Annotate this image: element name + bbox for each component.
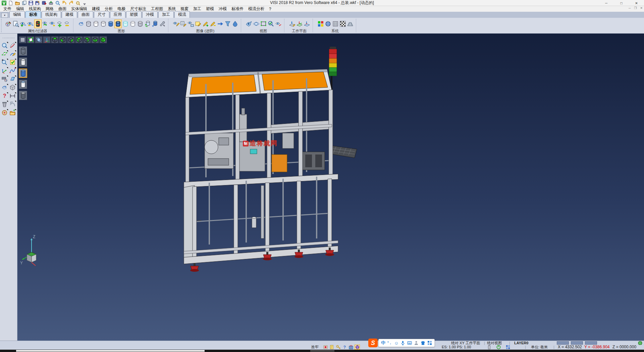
minimize-button[interactable]: ─ — [599, 0, 614, 6]
fit-view-icon[interactable] — [27, 36, 35, 43]
perspective-grid-icon[interactable] — [346, 19, 354, 28]
section-view-icon[interactable] — [275, 19, 282, 28]
mdi-minimize-icon[interactable]: ─ — [629, 6, 631, 10]
cylinder-shaded-white-icon[interactable] — [19, 80, 27, 89]
cylinder-hatched-icon[interactable] — [19, 91, 27, 100]
spline-icon[interactable] — [9, 67, 16, 74]
undo-arrow-icon[interactable] — [9, 100, 16, 108]
cylinder-white-icon[interactable] — [129, 19, 137, 28]
key-icon[interactable] — [335, 345, 341, 350]
eye-sketch-icon[interactable] — [172, 19, 180, 28]
cube-side-view-icon[interactable] — [91, 36, 99, 43]
package-icon[interactable] — [348, 345, 354, 350]
tab-dimension[interactable]: 尺寸 — [94, 11, 109, 18]
cylinder-outline-icon[interactable] — [92, 19, 100, 28]
power-icon[interactable] — [496, 345, 501, 350]
viewport-3d[interactable]: 制 造将就网 Z Y — [17, 34, 644, 341]
taskbar-app-button[interactable] — [310, 350, 334, 352]
snap-compass-icon[interactable] — [1, 109, 8, 116]
tiles-icon[interactable] — [505, 345, 511, 350]
tab-progress[interactable]: 冲模 — [142, 11, 158, 18]
save-icon[interactable] — [28, 0, 34, 5]
mdi-close-icon[interactable]: ✕ — [640, 6, 643, 10]
plane-frame-icon[interactable] — [1, 50, 8, 57]
help-icon[interactable]: ? — [342, 345, 347, 350]
tab-flow[interactable]: 模流 — [174, 11, 190, 18]
menu-flow-analysis[interactable]: 模流分析 — [248, 6, 264, 12]
eye-add-icon[interactable] — [19, 19, 27, 28]
erase-sketch-icon[interactable] — [9, 42, 16, 49]
eye-remove-icon[interactable] — [27, 19, 34, 28]
ime-language-toggle[interactable]: 中 — [381, 340, 385, 346]
record-icon[interactable] — [323, 345, 328, 350]
cylinder-translucent-icon[interactable] — [122, 19, 129, 28]
ime-skin-icon[interactable] — [421, 341, 425, 345]
tab-modeling[interactable]: 建模 — [62, 11, 77, 18]
drop-icon[interactable] — [231, 19, 239, 28]
cylinder-hidden-line-icon[interactable] — [100, 19, 107, 28]
save-as-icon[interactable] — [35, 0, 40, 5]
fly-view-icon[interactable] — [245, 19, 253, 28]
help-question-icon[interactable]: ? — [1, 92, 8, 99]
cube-left-view-icon[interactable] — [59, 36, 67, 43]
layer-gray-icon[interactable] — [332, 19, 339, 28]
cylinder-wireframe-icon[interactable] — [85, 19, 92, 28]
maximize-button[interactable]: □ — [614, 0, 629, 6]
ime-punctuation-toggle[interactable]: °， — [387, 341, 392, 345]
battery-icon[interactable] — [486, 345, 492, 350]
measure-distance-icon[interactable] — [9, 92, 16, 99]
show-all-icon[interactable] — [56, 19, 64, 28]
move-axes-icon[interactable] — [1, 67, 8, 74]
draft-note-icon[interactable] — [329, 345, 334, 350]
redo-icon[interactable] — [68, 0, 74, 5]
window-view-icon[interactable] — [9, 75, 16, 83]
traffic-light-icon[interactable] — [34, 19, 42, 28]
eye-refresh-icon[interactable] — [42, 19, 49, 28]
tab-application[interactable]: 应用 — [110, 11, 125, 18]
tab-standard[interactable]: 标准 — [25, 11, 41, 18]
line-color-swatch[interactable] — [571, 341, 583, 345]
tab-mould[interactable]: 塑膜 — [126, 11, 142, 18]
eye-plusminus-icon[interactable] — [49, 19, 56, 28]
menu-standard-parts[interactable]: 标准件 — [231, 6, 244, 12]
mdi-restore-icon[interactable]: ❐ — [634, 6, 637, 10]
cylinder-shaded-icon[interactable] — [19, 69, 27, 78]
frame-view-icon[interactable] — [260, 19, 267, 28]
tab-wireframe[interactable]: 线架构 — [42, 11, 61, 18]
cylinder-hatched-icon[interactable] — [137, 19, 144, 28]
confirm-check-icon[interactable] — [9, 58, 16, 66]
ime-person-icon[interactable] — [414, 341, 419, 345]
delete-trash-icon[interactable] — [1, 100, 8, 108]
import-file-icon[interactable] — [21, 0, 27, 5]
save-copy-icon[interactable] — [41, 0, 47, 5]
preview-search-icon[interactable] — [55, 0, 60, 5]
tab-machining[interactable]: 加工 — [158, 11, 174, 18]
page-filter-icon[interactable] — [12, 19, 19, 28]
menu-mould[interactable]: 塑模 — [206, 6, 214, 12]
funnel-icon[interactable] — [224, 19, 231, 28]
note-edit-icon[interactable] — [195, 19, 202, 28]
undo-icon[interactable] — [61, 0, 67, 5]
open-folder-icon[interactable] — [9, 109, 16, 116]
cube-top-view-icon[interactable] — [51, 36, 59, 43]
arrow-edit-icon[interactable] — [217, 19, 224, 28]
cylinder-hidden-line-icon[interactable] — [19, 57, 27, 67]
tab-edit[interactable]: 编辑 — [9, 11, 25, 18]
cylinder-wireframe-icon[interactable] — [19, 46, 27, 56]
ime-toolbox-icon[interactable] — [427, 341, 432, 345]
layer-paint-icon[interactable] — [1, 75, 8, 83]
find-icon[interactable] — [75, 0, 80, 5]
workplane-sketch-icon[interactable] — [288, 19, 296, 28]
zoom-check-icon[interactable] — [267, 19, 275, 28]
solid-view-icon[interactable] — [355, 345, 360, 350]
tab-surface[interactable]: 曲面 — [78, 11, 93, 18]
tab-dropdown-button[interactable]: ▼ — [1, 13, 8, 18]
ime-logo-icon[interactable]: S — [368, 339, 378, 347]
render-sphere-icon[interactable] — [324, 19, 332, 28]
open-file-icon[interactable] — [14, 0, 20, 5]
orbit-view-icon[interactable] — [253, 19, 260, 28]
palette-delete-icon[interactable] — [5, 19, 12, 28]
cylinder-shaded-edges-icon[interactable] — [114, 19, 122, 28]
color-grid-icon[interactable] — [317, 19, 324, 28]
cylinder-shaded-icon[interactable] — [107, 19, 114, 28]
